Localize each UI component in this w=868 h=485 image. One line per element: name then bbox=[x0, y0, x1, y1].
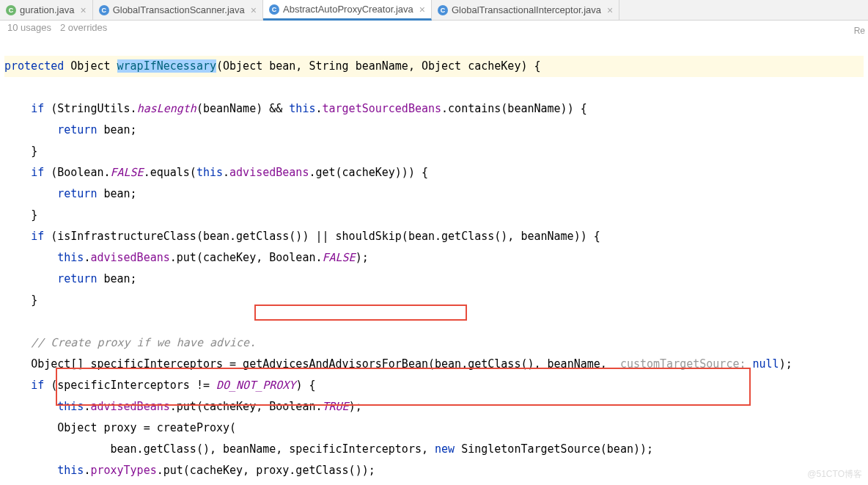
kw-this: this bbox=[57, 464, 84, 477]
field-ref: proxyTypes bbox=[90, 464, 156, 477]
field-ref: advisedBeans bbox=[229, 166, 309, 179]
usages-count[interactable]: 10 usages bbox=[7, 22, 51, 33]
code-text: ) { bbox=[295, 379, 315, 392]
return-type: Object bbox=[70, 59, 110, 73]
brace: } bbox=[31, 208, 37, 222]
code-text: (specificInterceptors != bbox=[44, 379, 216, 392]
usage-meta: 10 usages2 overrides bbox=[0, 21, 868, 34]
kw-new: new bbox=[435, 442, 455, 456]
kw-return: return bbox=[57, 272, 97, 285]
close-icon[interactable]: × bbox=[419, 4, 425, 15]
field-ref: advisedBeans bbox=[90, 400, 169, 413]
code-text: .contains(beanName)) { bbox=[441, 102, 587, 115]
kw-this: this bbox=[57, 400, 84, 413]
kw-if: if bbox=[31, 166, 44, 179]
brace: } bbox=[31, 293, 37, 307]
static-field: DO_NOT_PROXY bbox=[216, 379, 295, 392]
java-class-icon: C bbox=[99, 5, 109, 15]
code-text: (bean.getClass(), beanName, bbox=[428, 357, 614, 371]
code-text: . bbox=[223, 166, 229, 179]
method-name: wrapIfNecessary bbox=[117, 59, 216, 73]
field-ref: targetSourcedBeans bbox=[323, 102, 442, 115]
kw-if: if bbox=[31, 230, 44, 243]
code-text: .get(cacheKey))) { bbox=[309, 166, 428, 179]
kw-null: null bbox=[746, 357, 779, 371]
kw-return: return bbox=[57, 123, 97, 136]
kw-this: this bbox=[196, 166, 223, 179]
tab-abstract-auto-proxy-creator[interactable]: C AbstractAutoProxyCreator.java × bbox=[263, 0, 432, 21]
static-call: hasLength bbox=[137, 102, 196, 115]
tab-guration[interactable]: C guration.java × bbox=[0, 0, 93, 20]
code-text: .put(cacheKey, Boolean. bbox=[170, 400, 323, 413]
static-field: FALSE bbox=[111, 166, 144, 179]
code-text: bean; bbox=[97, 187, 136, 200]
method-call-highlighted: getAdvicesAndAdvisorsForBean bbox=[243, 357, 428, 371]
method-params: (Object bean, String beanName, Object ca… bbox=[216, 59, 541, 73]
code-text: bean.getClass(), beanName, specificInter… bbox=[111, 442, 435, 456]
code-text: . bbox=[315, 102, 322, 115]
tab-label: GlobalTransactionScanner.java bbox=[113, 4, 245, 15]
code-text: (beanName) && bbox=[196, 102, 289, 115]
tab-global-transaction-scanner[interactable]: C GlobalTransactionScanner.java × bbox=[93, 0, 263, 20]
tab-label: GlobalTransactionalInterceptor.java bbox=[452, 4, 601, 15]
code-text: Object proxy = createProxy( bbox=[57, 421, 236, 434]
code-text: SingletonTargetSource(bean)); bbox=[455, 442, 653, 456]
code-text: .put(cacheKey, proxy.getClass()); bbox=[157, 464, 375, 477]
field-ref: advisedBeans bbox=[90, 251, 169, 264]
close-icon[interactable]: × bbox=[80, 4, 86, 16]
java-class-icon: C bbox=[6, 5, 16, 15]
java-class-icon: C bbox=[438, 5, 448, 15]
kw-if: if bbox=[31, 102, 44, 115]
code-text: (StringUtils. bbox=[44, 102, 136, 115]
watermark: @51CTO博客 bbox=[807, 468, 862, 481]
annotation-box-1 bbox=[254, 305, 467, 321]
code-editor[interactable]: protected Object wrapIfNecessary(Object … bbox=[0, 34, 868, 485]
overrides-count[interactable]: 2 overrides bbox=[60, 22, 107, 33]
param-hint: customTargetSource: bbox=[620, 357, 746, 371]
tab-global-transactional-interceptor[interactable]: C GlobalTransactionalInterceptor.java × bbox=[432, 0, 619, 20]
gutter-hint: Re bbox=[854, 26, 865, 36]
code-text: .put(cacheKey, Boolean. bbox=[170, 251, 323, 264]
code-comment: // Create proxy if we have advice. bbox=[31, 336, 256, 349]
close-icon[interactable]: × bbox=[607, 4, 613, 16]
code-text: (Boolean. bbox=[44, 166, 110, 179]
code-text: ); bbox=[349, 400, 362, 413]
kw-this: this bbox=[289, 102, 315, 115]
kw-protected: protected bbox=[4, 59, 64, 73]
code-text: bean; bbox=[97, 272, 136, 285]
static-field: TRUE bbox=[323, 400, 349, 413]
kw-if: if bbox=[31, 379, 44, 392]
code-text: Object[] specificInterceptors = bbox=[31, 357, 243, 371]
kw-this: this bbox=[57, 251, 84, 264]
code-text: ); bbox=[779, 357, 792, 371]
code-text: (isInfrastructureClass(bean.getClass()) … bbox=[44, 230, 600, 243]
kw-return: return bbox=[57, 187, 97, 200]
code-text: bean; bbox=[97, 123, 136, 136]
code-text: .equals( bbox=[144, 166, 196, 179]
close-icon[interactable]: × bbox=[251, 4, 257, 16]
brace: } bbox=[31, 145, 37, 158]
static-field: FALSE bbox=[323, 251, 356, 264]
editor-tabs: C guration.java × C GlobalTransactionSca… bbox=[0, 0, 868, 21]
tab-label: guration.java bbox=[20, 4, 74, 15]
tab-label: AbstractAutoProxyCreator.java bbox=[283, 4, 413, 15]
code-text: ); bbox=[356, 251, 369, 264]
java-class-icon: C bbox=[269, 4, 279, 15]
